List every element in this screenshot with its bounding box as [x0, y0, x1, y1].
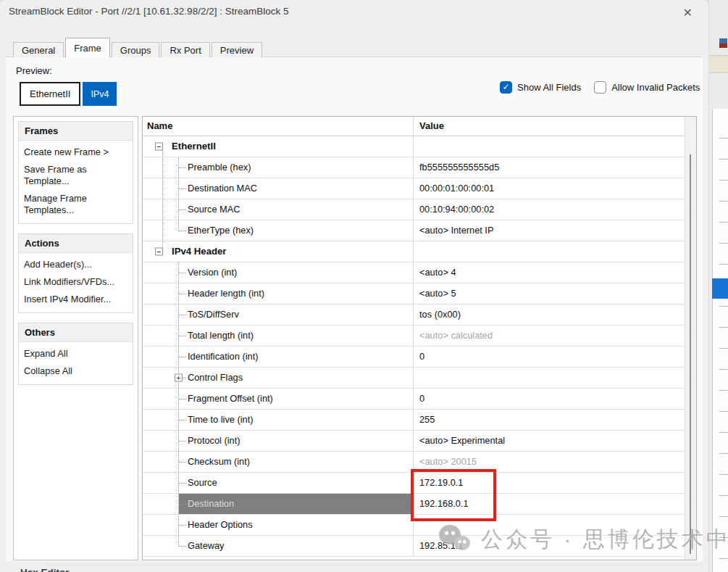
background-grid-line: [719, 348, 728, 349]
field-name: Header length (int): [143, 283, 413, 304]
table-row-total-length-int[interactable]: Total length (int)<auto> calculated: [143, 326, 685, 347]
table-row-fragment-offset-int[interactable]: Fragment Offset (int)0: [143, 389, 685, 410]
field-value[interactable]: fb555555555555d5: [413, 157, 685, 178]
sidebar-item-insert-ipv4-modifier[interactable]: Insert IPv4 Modifier...: [19, 291, 133, 308]
sidebar: FramesCreate new Frame >Save Frame as Te…: [13, 116, 138, 560]
sidebar-item-link-modifiers-vfds[interactable]: Link Modifiers/VFDs...: [19, 273, 133, 291]
show-all-fields-checkbox[interactable]: ✓: [500, 81, 512, 94]
field-value[interactable]: [413, 368, 685, 388]
field-name: Gateway: [143, 536, 413, 556]
field-value[interactable]: [413, 136, 685, 157]
allow-invalid-packets-option[interactable]: Allow Invalid Packets: [594, 81, 700, 94]
table-row-version-int[interactable]: Version (int)<auto> 4: [143, 262, 685, 283]
background-window: [708, 0, 728, 572]
field-name: Identification (int): [143, 347, 413, 367]
tab-general[interactable]: General: [13, 42, 64, 57]
tab-rx-port[interactable]: Rx Port: [161, 42, 209, 57]
table-row-destination-mac[interactable]: Destination MAC00:00:01:00:00:01: [143, 178, 685, 199]
column-header-value[interactable]: Value: [413, 117, 685, 136]
field-value[interactable]: 172.19.0.1: [413, 473, 685, 493]
title-bar[interactable]: StreamBlock Editor - Port //2/1 [10.61.3…: [0, 0, 708, 24]
tab-frame[interactable]: Frame: [65, 38, 110, 57]
field-value[interactable]: 0: [413, 389, 685, 409]
field-name: IPv4 Header−: [143, 241, 413, 262]
table-row-preamble-hex[interactable]: Preamble (hex)fb555555555555d5: [143, 157, 685, 178]
field-value[interactable]: <auto> 5: [413, 283, 685, 304]
table-row-ethernetii[interactable]: EthernetII−: [143, 136, 685, 157]
table-row-header-length-int[interactable]: Header length (int)<auto> 5: [143, 283, 685, 304]
table-row-control-flags[interactable]: Control Flags+: [143, 368, 685, 389]
field-value[interactable]: <auto> 4: [413, 262, 685, 283]
preview-header-chips: EthernetIIIPv4: [20, 82, 117, 106]
tab-groups[interactable]: Groups: [112, 42, 160, 57]
field-value[interactable]: 255: [413, 410, 685, 430]
sidebar-item-add-header-s[interactable]: Add Header(s)...: [19, 256, 133, 273]
field-name: Destination MAC: [143, 178, 413, 199]
sidebar-group-title-actions: Actions: [19, 234, 133, 253]
sidebar-item-expand-all[interactable]: Expand All: [19, 345, 133, 362]
field-value[interactable]: tos (0x00): [413, 304, 685, 325]
hex-editor-label: Hex Editor: [20, 567, 70, 572]
table-row-identification-int[interactable]: Identification (int)0: [143, 347, 685, 368]
preview-chip-ethernetii[interactable]: EthernetII: [20, 82, 80, 106]
screen: StreamBlock Editor - Port //2/1 [10.61.3…: [0, 0, 728, 572]
table-row-ethertype-hex[interactable]: EtherType (hex)<auto> Internet IP: [143, 220, 685, 241]
watermark-text: 公众号 · 思博伦技术中心: [481, 525, 728, 555]
field-name: Source: [143, 473, 413, 493]
sidebar-item-create-new-frame[interactable]: Create new Frame >: [19, 144, 133, 161]
field-value[interactable]: <auto> Experimental: [413, 431, 685, 451]
table-row-tos-diffserv[interactable]: ToS/DiffServtos (0x00): [143, 304, 685, 326]
field-value[interactable]: [413, 241, 685, 262]
sidebar-group-title-others: Others: [19, 323, 133, 342]
field-value[interactable]: 00:10:94:00:00:02: [413, 199, 685, 220]
preview-chip-ipv4[interactable]: IPv4: [83, 82, 117, 106]
column-header-name[interactable]: Name: [143, 117, 413, 136]
background-selected-row: [712, 278, 728, 299]
background-grid-line: [719, 306, 728, 307]
display-options: ✓Show All FieldsAllow Invalid Packets: [500, 81, 700, 94]
close-icon[interactable]: ✕: [679, 4, 697, 21]
field-value[interactable]: 00:00:01:00:00:01: [413, 178, 685, 199]
background-grid-line: [719, 453, 728, 454]
table-row-protocol-int[interactable]: Protocol (int)<auto> Experimental: [143, 431, 685, 452]
sidebar-item-collapse-all[interactable]: Collapse All: [19, 362, 133, 380]
background-grid-line: [719, 180, 728, 181]
table-row-checksum-int[interactable]: Checksum (int)<auto> 20015: [143, 452, 685, 473]
tab-preview[interactable]: Preview: [212, 42, 262, 57]
table-row-ipv4-header[interactable]: IPv4 Header−: [143, 241, 685, 262]
expand-icon[interactable]: +: [175, 374, 183, 382]
fields-table: Name Value EthernetII−Preamble (hex)fb55…: [142, 116, 697, 560]
sidebar-item-save-frame-as-template[interactable]: Save Frame as Template...: [19, 161, 133, 190]
field-name: Total length (int): [143, 326, 413, 346]
field-name: Header Options: [143, 515, 413, 535]
field-name: Version (int): [143, 262, 413, 283]
sidebar-item-manage-frame-templates[interactable]: Manage Frame Templates...: [19, 190, 133, 219]
background-grid-line: [719, 159, 728, 159]
field-name: Control Flags+: [143, 368, 413, 388]
field-value[interactable]: <auto> calculated: [413, 326, 685, 346]
scrollbar-thumb[interactable]: [690, 154, 691, 554]
background-grid-line: [719, 558, 728, 559]
field-value[interactable]: 192.168.0.1: [413, 494, 685, 514]
background-grid-line: [719, 222, 728, 223]
show-all-fields-option[interactable]: ✓Show All Fields: [500, 81, 581, 94]
preview-label: Preview:: [16, 65, 52, 76]
allow-invalid-packets-checkbox[interactable]: [594, 81, 606, 94]
table-row-destination[interactable]: Destination192.168.0.1: [143, 494, 685, 515]
table-row-time-to-live-int[interactable]: Time to live (int)255: [143, 410, 685, 431]
field-name: Destination: [143, 494, 413, 514]
table-row-source-mac[interactable]: Source MAC00:10:94:00:00:02: [143, 199, 685, 220]
field-value[interactable]: <auto> 20015: [413, 452, 685, 472]
field-value[interactable]: 0: [413, 347, 685, 367]
streamblock-editor-dialog: StreamBlock Editor - Port //2/1 [10.61.3…: [0, 0, 708, 572]
table-row-source[interactable]: Source172.19.0.1: [143, 473, 685, 494]
sidebar-group-frames: FramesCreate new Frame >Save Frame as Te…: [18, 121, 133, 224]
background-grid-line: [719, 474, 728, 475]
table-scrollbar[interactable]: [685, 117, 696, 560]
sidebar-group-others: OthersExpand AllCollapse All: [18, 323, 133, 385]
tree-guide-line: [162, 146, 163, 252]
background-table-edge: [712, 109, 728, 572]
field-value[interactable]: <auto> Internet IP: [413, 220, 685, 241]
collapse-icon[interactable]: −: [155, 143, 163, 151]
collapse-icon[interactable]: −: [155, 248, 163, 256]
